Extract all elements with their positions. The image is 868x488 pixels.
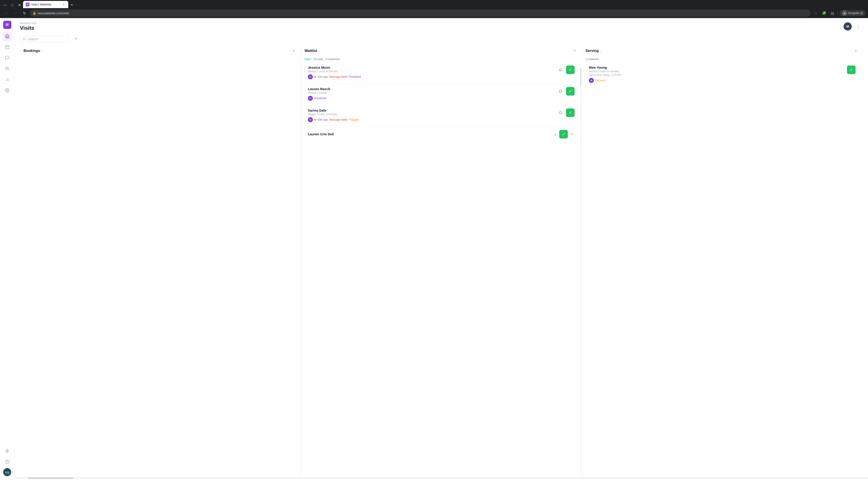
active-tab[interactable]: M Visits | Waitwhile × [23,1,68,8]
check-button[interactable]: ✓ [566,108,575,117]
url-bar[interactable]: 🔒 new.waitwhile.com/visits [30,9,811,17]
bell-button[interactable] [557,66,564,73]
check-button[interactable]: ✓ [559,130,568,138]
new-tab-button[interactable]: + [69,2,75,8]
visit-tag: Prioritized [314,97,326,100]
visit-card-lauren-cris-deli[interactable]: Lauren Cris Deli ▲ ✓ ▼ [305,127,578,141]
status-dot [314,119,316,121]
svg-line-13 [25,39,26,40]
visit-wait: Waited 1 minute [308,91,554,94]
column-waitlist-add-button[interactable]: + [572,48,578,54]
visit-card-sarina-dale[interactable]: Sarina Dale Waited 1 hour, 9 minutes M 4… [305,105,578,125]
sidebar-item-calendar[interactable] [2,42,12,53]
app-container: M [0,18,868,479]
visit-name: Lauren Reech [308,87,554,91]
waitlist-status-detail: · 1m wait · 4 customers [312,58,340,61]
column-bookings: Bookings › + [20,45,301,477]
back-button[interactable]: ← [3,9,10,17]
address-bar: ← → ↻ 🔒 new.waitwhile.com/visits ☆ 🧩 ▤ 🕵… [0,8,868,18]
forward-button[interactable]: → [12,9,19,17]
sidebar-item-chat[interactable] [2,53,12,63]
serving-list: Wee Young Served 1 hour, 8 minutes Serve… [585,63,859,477]
collapse-button[interactable]: ▲ [553,131,558,137]
visit-tag: Flagged [349,118,359,121]
visit-wait: Served 1 hour, 8 minutes [589,70,844,73]
visit-serve-time: Serve time Today, 3:15 PM [589,73,844,76]
home-icon [5,34,9,39]
column-serving-add-button[interactable]: + [852,48,859,54]
visit-card-top: Lauren Reech Waited 1 minute M Prioritiz… [308,87,575,101]
visit-card-jessica-moon[interactable]: Jessica Moon Waited 1 hour, 9 minutes M … [305,63,578,82]
sidebar-logo[interactable]: M [3,21,11,29]
tab-close-button[interactable]: × [62,3,66,6]
svg-marker-9 [5,449,9,453]
visit-info: Sarina Dale Waited 1 hour, 9 minutes M 4… [308,108,554,122]
expand-button[interactable]: ▼ [569,131,575,137]
check-button[interactable]: ✓ [566,66,575,74]
visit-meta: M 43m ago Message failed Flagged [308,117,554,122]
minimize-button[interactable]: — [2,2,8,8]
sidebar-item-lightning[interactable] [2,447,12,456]
svg-point-12 [23,37,25,39]
lightning-icon [5,449,9,454]
sidebar-item-analytics[interactable] [2,75,12,85]
bottom-scrollbar[interactable] [14,477,868,479]
tab-favicon: M [26,3,29,6]
bell-button[interactable] [557,109,564,116]
header-left: Moodjoy7434 Visits [20,22,36,31]
close-window-button[interactable]: ✕ [16,2,23,8]
column-serving-chevron[interactable]: › [600,49,601,53]
chat-icon [5,56,9,61]
sidebar-item-people[interactable] [2,64,12,74]
url-text: new.waitwhile.com/visits [37,11,808,15]
filter-button[interactable] [72,35,80,43]
visit-name: Wee Young [589,66,844,69]
status-dot [314,76,316,78]
sidebar-item-help[interactable] [2,457,12,467]
visit-actions: ✓ [847,66,856,74]
sidebar: M [0,18,14,479]
more-options-button[interactable]: ⋮ [855,22,863,31]
visit-name: Sarina Dale [308,108,554,112]
visit-card-wee-young[interactable]: Wee Young Served 1 hour, 8 minutes Serve… [585,63,859,86]
browser-window-controls: — □ ✕ [2,2,23,8]
column-serving: Serving › + 1 customer Wee Young Serve [582,45,863,477]
visit-time-ago: 43m ago [317,75,328,78]
tab-bar: — □ ✕ M Visits | Waitwhile × + [0,0,868,8]
sidebar-bottom: img [2,447,12,476]
sidebar-item-settings[interactable] [2,86,12,96]
browser-chrome: — □ ✕ M Visits | Waitwhile × + ← → ↻ 🔒 n… [0,0,868,18]
visit-avatar: M [308,74,313,79]
sidebar-item-home[interactable] [2,32,12,41]
visit-time-ago: 43m ago [317,118,328,121]
user-avatar[interactable]: M [844,22,852,31]
check-button[interactable]: ✓ [566,87,575,96]
search-box[interactable]: Search [20,36,70,43]
bell-button[interactable] [557,88,564,95]
visit-name: Jessica Moon [308,66,554,69]
visit-name: Lauren Cris Deli [308,132,550,136]
visit-actions: ✓ [557,87,575,96]
bookmark-button[interactable]: ☆ [812,9,819,17]
extensions-button[interactable]: 🧩 [820,9,828,17]
sidebar-toggle-button[interactable]: ▤ [829,9,836,17]
maximize-button[interactable]: □ [9,2,16,8]
column-bookings-title: Bookings [24,49,40,53]
scrollbar-thumb [28,477,73,479]
settings-icon [5,88,9,94]
sidebar-user-avatar[interactable]: img [3,468,11,476]
check-button[interactable]: ✓ [847,66,856,74]
column-waitlist-chevron[interactable]: › [318,49,319,53]
visit-message-status: Message failed [329,75,348,78]
column-serving-header: Serving › + [585,45,859,57]
visit-wait: Waited 1 hour, 9 minutes [308,113,554,116]
column-bookings-header: Bookings › + [24,45,297,57]
visit-card-top: Jessica Moon Waited 1 hour, 9 minutes M … [308,66,575,79]
reload-button[interactable]: ↻ [21,9,28,17]
column-bookings-chevron[interactable]: › [41,49,42,53]
column-bookings-add-button[interactable]: + [291,48,297,54]
visit-avatar: M [308,117,313,122]
columns-container: Bookings › + Waitlist › + [14,45,868,477]
visit-card-lauren-reech[interactable]: Lauren Reech Waited 1 minute M Prioritiz… [305,84,578,104]
search-icon [23,37,26,41]
